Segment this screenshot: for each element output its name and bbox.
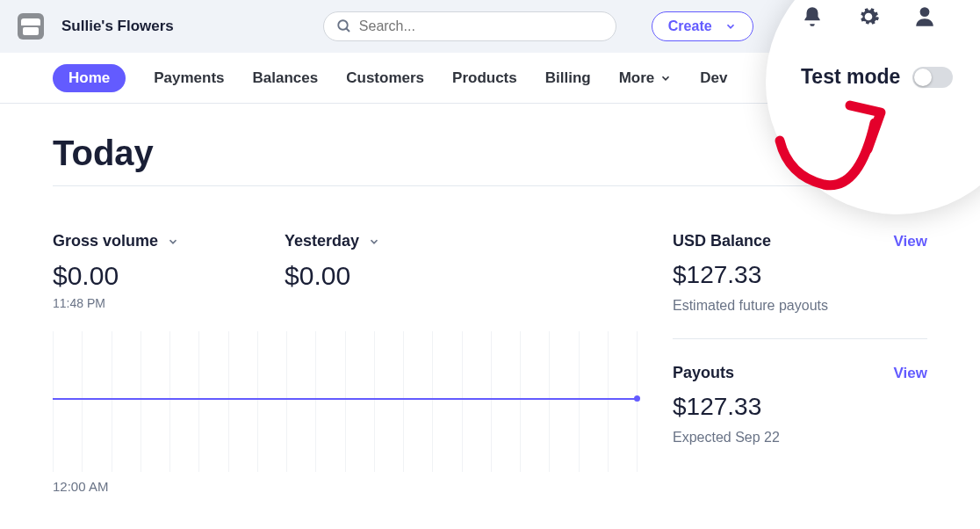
gross-volume-label: Gross volume: [53, 232, 158, 250]
nav-customers[interactable]: Customers: [346, 69, 424, 87]
nav-developers[interactable]: Dev: [700, 69, 727, 87]
payouts-view-link[interactable]: View: [894, 365, 927, 382]
payouts-caption: Expected Sep 22: [673, 430, 927, 446]
usd-balance-block: USD Balance View $127.33 Estimated futur…: [673, 232, 927, 339]
search-icon: [336, 18, 352, 34]
store-icon: [18, 13, 44, 40]
payouts-value: $127.33: [673, 393, 927, 421]
payouts-title: Payouts: [673, 364, 734, 382]
nav-more[interactable]: More: [619, 69, 673, 87]
store-name[interactable]: Sullie's Flowers: [61, 18, 174, 35]
usd-balance-caption: Estimated future payouts: [673, 298, 927, 314]
nav-more-label: More: [619, 69, 655, 87]
volume-chart: [53, 331, 638, 472]
svg-point-3: [920, 7, 930, 17]
chevron-down-icon: [659, 72, 672, 84]
nav-payments[interactable]: Payments: [154, 69, 224, 87]
search-input[interactable]: [359, 18, 603, 34]
create-button[interactable]: Create: [652, 11, 753, 41]
chevron-down-icon: [724, 20, 737, 33]
nav-home[interactable]: Home: [53, 64, 126, 92]
nav-balances[interactable]: Balances: [253, 69, 319, 87]
usd-balance-title: USD Balance: [673, 232, 771, 250]
gross-volume-dropdown[interactable]: Gross volume: [53, 232, 179, 250]
usd-balance-value: $127.33: [673, 261, 927, 289]
user-icon[interactable]: [913, 5, 936, 28]
svg-point-0: [338, 20, 348, 30]
test-mode-label: Test mode: [801, 65, 900, 89]
svg-line-1: [346, 28, 349, 32]
chart-line: [53, 398, 638, 400]
payouts-block: Payouts View $127.33 Expected Sep 22: [673, 364, 927, 470]
nav-billing[interactable]: Billing: [545, 69, 591, 87]
chevron-down-icon: [167, 236, 179, 248]
chart-x-start-label: 12:00 AM: [53, 479, 638, 494]
test-mode-toggle[interactable]: [912, 67, 953, 88]
bell-icon[interactable]: [801, 5, 824, 28]
gear-icon[interactable]: [857, 5, 880, 28]
search-input-wrap[interactable]: [323, 11, 616, 41]
nav-products[interactable]: Products: [452, 69, 517, 87]
chart-current-point: [634, 395, 640, 402]
gross-volume-time: 11:48 PM: [53, 296, 179, 310]
create-button-label: Create: [668, 18, 712, 34]
yesterday-label: Yesterday: [285, 232, 359, 250]
gross-volume-value: $0.00: [53, 261, 179, 291]
yesterday-value: $0.00: [285, 261, 380, 291]
usd-balance-view-link[interactable]: View: [894, 233, 927, 250]
yesterday-dropdown[interactable]: Yesterday: [285, 232, 380, 250]
chevron-down-icon: [368, 236, 380, 248]
